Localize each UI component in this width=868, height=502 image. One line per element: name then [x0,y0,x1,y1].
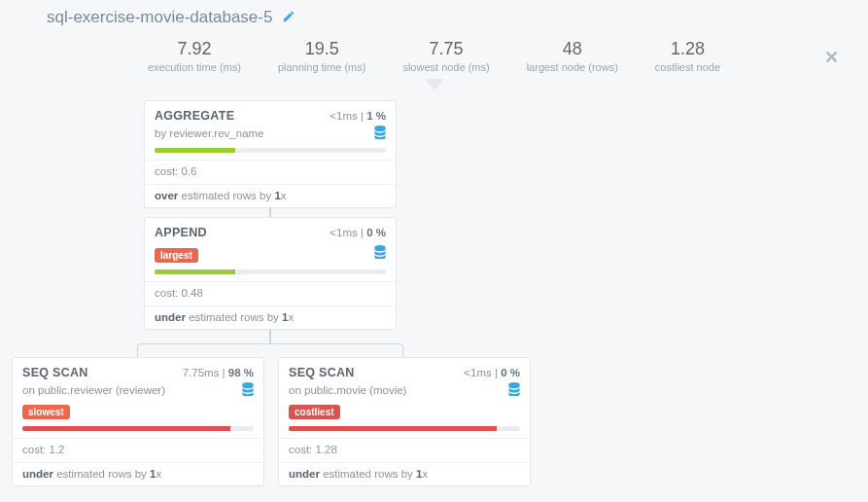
stat-value: 7.75 [402,39,489,59]
node-estimate: under estimated rows by 1x [289,468,520,480]
node-name: SEQ SCAN [22,366,88,379]
plan-node-aggregate[interactable]: AGGREGATE <1ms | 1 % by reviewer.rev_nam… [144,100,397,208]
tag-largest: largest [155,248,198,263]
stat-planning-time: 19.5 planning time (ms) [278,39,365,73]
plan-node-append[interactable]: APPEND <1ms | 0 % largest cost: 0.48 und… [144,217,397,330]
node-estimate: over estimated rows by 1x [155,190,386,201]
connector [269,330,271,343]
node-cost: cost: 0.6 [155,165,386,177]
node-name: SEQ SCAN [289,366,355,379]
node-bar [155,269,386,274]
title-row: sql-exercise-movie-database-5 [0,0,868,33]
stat-largest-node: 48 largest node (rows) [527,39,618,73]
plan-node-seq-scan-reviewer[interactable]: SEQ SCAN 7.75ms | 98 % on public.reviewe… [12,357,264,486]
node-bar [289,426,520,431]
node-estimate: under estimated rows by 1x [155,311,386,323]
database-icon[interactable] [508,382,520,398]
node-name: AGGREGATE [155,109,234,123]
node-tags: slowest [22,404,254,419]
node-timing: 7.75ms | 98 % [183,367,254,378]
stat-value: 7.92 [148,39,241,59]
stat-execution-time: 7.92 execution time (ms) [148,39,241,73]
stat-label: planning time (ms) [278,61,365,73]
plan-node-seq-scan-movie[interactable]: SEQ SCAN <1ms | 0 % on public.movie (mov… [278,357,531,486]
tag-slowest: slowest [22,405,70,419]
page-title: sql-exercise-movie-database-5 [47,8,272,27]
close-icon[interactable]: ✕ [824,47,839,68]
tag-costliest: costliest [289,405,340,419]
node-timing: <1ms | 0 % [330,227,386,238]
node-name: APPEND [155,226,207,239]
node-cost: cost: 1.28 [289,444,520,455]
stat-value: 1.28 [655,39,720,59]
node-estimate: under estimated rows by 1x [22,468,254,480]
node-timing: <1ms | 1 % [330,110,386,122]
stat-label: largest node (rows) [527,61,618,73]
node-cost: cost: 1.2 [22,444,254,455]
node-subtitle: by reviewer.rev_name [155,127,264,139]
stat-slowest-node: 7.75 slowest node (ms) [402,39,489,73]
stat-costliest-node: 1.28 costliest node [655,39,720,73]
node-bar [22,426,254,431]
connector [137,343,403,357]
node-subtitle: on public.reviewer (reviewer) [22,384,165,396]
node-subtitle: on public.movie (movie) [289,384,406,396]
database-icon[interactable] [242,382,254,398]
stat-label: slowest node (ms) [402,61,489,73]
stat-label: execution time (ms) [148,61,241,73]
node-tags: largest [155,248,202,263]
stats-row: 7.92 execution time (ms) 19.5 planning t… [0,33,868,83]
pencil-icon[interactable] [282,10,295,26]
database-icon[interactable] [374,126,386,141]
node-tags: costliest [289,404,520,419]
database-icon[interactable] [374,245,386,261]
node-timing: <1ms | 0 % [464,367,520,378]
node-bar [155,148,386,153]
node-cost: cost: 0.48 [155,287,386,299]
stat-value: 48 [527,39,618,59]
stat-value: 19.5 [278,39,365,59]
stat-label: costliest node [655,61,720,73]
